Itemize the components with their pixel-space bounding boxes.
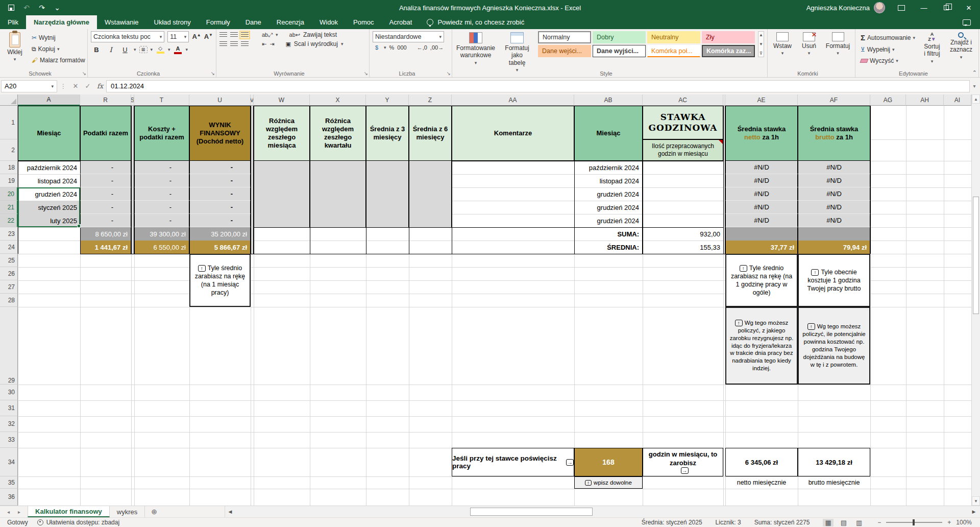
style-dane-wejsciowe[interactable]: Dane wejści... <box>538 45 591 57</box>
percent-icon[interactable]: % <box>389 44 395 51</box>
note-u[interactable]: ↑Tyle średnio zarabiasz na rękę (na 1 mi… <box>189 254 251 307</box>
number-dialog-launcher-icon[interactable]: ↘ <box>447 70 451 76</box>
cell-t19[interactable]: - <box>134 174 189 187</box>
scroll-up-icon[interactable]: ▲ <box>972 94 980 104</box>
align-top-icon[interactable] <box>219 32 227 38</box>
cell-t24[interactable]: 6 550,00 zł <box>134 241 189 254</box>
grow-font-icon[interactable]: A▲ <box>192 33 201 40</box>
cell-a19[interactable]: listopad 2024 <box>18 174 80 187</box>
cell-calc-left[interactable]: Jeśli przy tej stawce poświęcisz pracy→ <box>452 448 574 476</box>
increase-decimal-icon[interactable]: ←,0 <box>417 44 427 51</box>
col-header-aa[interactable]: AA <box>452 94 574 106</box>
cell-r20[interactable]: - <box>80 187 131 201</box>
increase-indent-icon[interactable]: ⇥ <box>270 41 274 47</box>
cell-r19[interactable]: - <box>80 174 131 187</box>
cell-t22[interactable]: - <box>134 214 189 227</box>
cell-ab18[interactable]: październik 2024 <box>574 161 643 174</box>
cell-ab22[interactable]: grudzień 2024 <box>574 214 643 227</box>
underline-button[interactable]: U <box>119 44 131 55</box>
style-dane-wyjsciowe[interactable]: Dane wyjści... <box>593 45 646 57</box>
cell-u20[interactable]: - <box>189 187 251 201</box>
borders-dropdown-icon[interactable]: ▾ <box>151 47 153 52</box>
cell-af19[interactable]: #N/D <box>798 174 870 187</box>
cell-suma-label[interactable]: SUMA: <box>574 227 643 241</box>
user-account[interactable]: Agnieszka Konieczna <box>801 2 890 13</box>
comments-icon[interactable] <box>963 19 971 26</box>
tab-formuly[interactable]: Formuły <box>199 15 238 29</box>
style-komorka-zaznaczona[interactable]: Komórka zaz... <box>702 45 755 57</box>
tab-narzedzia-glowne[interactable]: Narzędzia główne <box>26 15 97 29</box>
sheet-tab-kalkulator[interactable]: Kalkulator finansowy <box>28 506 110 517</box>
cell-u19[interactable]: - <box>189 174 251 187</box>
note-ae-2[interactable]: ↑Wg tego możesz policzyć, z jakiego zaro… <box>725 307 798 385</box>
page-break-view-icon[interactable]: ▥ <box>854 519 864 526</box>
styles-gallery-scroll[interactable]: ▲ ▼ ⊽ <box>758 31 764 57</box>
horizontal-scrollbar[interactable]: ◀ ▶ <box>225 506 980 517</box>
conditional-formatting-button[interactable]: Formatowanie warunkowe▾ <box>455 31 496 67</box>
col-header-ah[interactable]: AH <box>906 94 944 106</box>
col-header-ag[interactable]: AG <box>870 94 906 106</box>
sheet-nav-left-icon[interactable]: ◂ <box>7 509 10 515</box>
header-podatki-razem[interactable]: Podatki razem <box>80 106 131 161</box>
decrease-decimal-icon[interactable]: ,00→ <box>430 44 444 51</box>
cell-af22[interactable]: #N/D <box>798 214 870 227</box>
alignment-dialog-launcher-icon[interactable]: ↘ <box>364 70 368 76</box>
wrap-text-icon[interactable]: ab↩ <box>289 32 300 38</box>
row-header[interactable]: 29 <box>0 307 18 385</box>
row-header[interactable]: 34 <box>0 448 18 476</box>
format-painter-button[interactable]: 🖌Malarz formatów <box>30 56 87 65</box>
cell-ae23[interactable] <box>725 227 798 241</box>
note-ae-1[interactable]: ↑Tyle średnio zarabiasz na rękę (na 1 go… <box>725 254 798 307</box>
font-size-combo[interactable]: 11▾ <box>167 31 189 42</box>
cell-net-label[interactable]: netto miesięcznie <box>725 476 798 489</box>
row-header[interactable]: 20 <box>0 187 18 201</box>
col-header-w[interactable]: W <box>254 94 310 106</box>
scroll-down-icon[interactable]: ▼ <box>972 496 980 506</box>
close-button[interactable]: ✕ <box>958 0 980 15</box>
col-header-ac[interactable]: AC <box>643 94 723 106</box>
header-roznica-miesiac[interactable]: Różnica względem zeszłego miesiąca <box>254 106 310 161</box>
row-header[interactable]: 32 <box>0 416 18 432</box>
header-komentarze[interactable]: Komentarze <box>452 106 574 161</box>
row-header[interactable]: 33 <box>0 432 18 448</box>
fill-color-icon[interactable]: ◇ <box>156 45 165 54</box>
tab-acrobat[interactable]: Acrobat <box>382 15 420 29</box>
col-header-af[interactable]: AF <box>798 94 870 106</box>
row-header[interactable]: 35 <box>0 476 18 489</box>
cell-t23[interactable]: 39 300,00 zł <box>134 227 189 241</box>
cell-af24[interactable]: 79,94 zł <box>798 241 870 254</box>
cell-r23[interactable]: 8 650,00 zł <box>80 227 131 241</box>
cell-ab21[interactable]: grudzień 2024 <box>574 201 643 214</box>
zoom-level[interactable]: 100% <box>956 519 972 526</box>
align-left-icon[interactable] <box>219 41 227 47</box>
header-ilosc-godzin[interactable]: Ilość przepracowanych godzin w miesiącu <box>643 139 723 161</box>
note-af-1[interactable]: ↑Tyle obecnie kosztuje 1 godzina Twojej … <box>798 254 870 307</box>
bold-button[interactable]: B <box>91 44 102 55</box>
cell-calc-gross[interactable]: 13 429,18 zł <box>798 448 870 476</box>
header-wynik-finansowy[interactable]: WYNIK FINANSOWY (Dochód netto) <box>189 106 251 161</box>
row-header[interactable]: 1 <box>0 106 18 139</box>
row-header[interactable]: 30 <box>0 385 18 400</box>
gallery-more-icon[interactable]: ⊽ <box>760 51 763 56</box>
row-header[interactable]: 22 <box>0 214 18 227</box>
header-stawka-godzinowa[interactable]: STAWKA GODZINOWA <box>643 106 723 139</box>
row-header[interactable]: 27 <box>0 280 18 294</box>
cell-srednia-label[interactable]: ŚREDNIA: <box>574 241 643 254</box>
cell-ab20[interactable]: grudzień 2024 <box>574 187 643 201</box>
cells-x18-22[interactable] <box>310 161 366 227</box>
new-sheet-icon[interactable]: ⊕ <box>145 506 163 517</box>
format-as-table-button[interactable]: Formatuj jako tabelę▾ <box>499 31 535 74</box>
expand-formula-bar-icon[interactable]: ▾ <box>970 83 979 89</box>
shrink-font-icon[interactable]: A▼ <box>204 33 213 40</box>
select-all-corner[interactable] <box>0 94 18 106</box>
col-header-ae[interactable]: AE <box>725 94 798 106</box>
cell-calc-hours[interactable]: 168 <box>574 448 643 476</box>
cell-u18[interactable]: - <box>189 161 251 174</box>
zoom-out-icon[interactable]: − <box>877 519 881 526</box>
insert-function-icon[interactable]: fx <box>94 82 106 90</box>
font-name-combo[interactable]: Czcionka tekstu poc▾ <box>91 31 164 42</box>
copy-button[interactable]: ⧉Kopiuj▾ <box>30 44 87 54</box>
insert-cells-button[interactable]: Wstaw▾ <box>771 31 794 57</box>
row-header[interactable]: 25 <box>0 254 18 267</box>
format-cells-button[interactable]: Formatuj▾ <box>824 31 852 57</box>
